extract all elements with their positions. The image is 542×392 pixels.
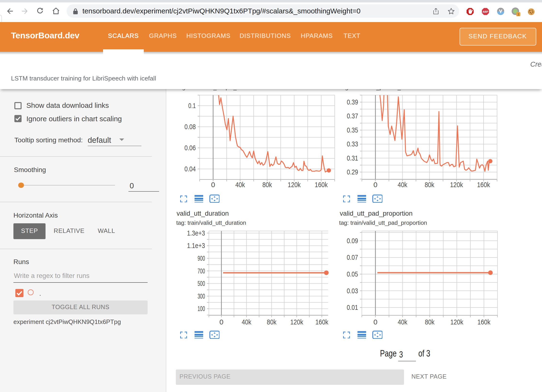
svg-text:160k: 160k <box>315 318 329 326</box>
svg-text:900: 900 <box>197 254 205 262</box>
svg-text:1: 1 <box>518 12 519 16</box>
svg-text:700: 700 <box>197 267 205 275</box>
svg-text:0.03: 0.03 <box>347 287 358 295</box>
svg-text:0.1: 0.1 <box>188 102 196 110</box>
svg-text:0: 0 <box>373 181 377 189</box>
svg-text:40k: 40k <box>235 181 245 189</box>
svg-text:0.29: 0.29 <box>347 168 358 176</box>
svg-text:ABP: ABP <box>483 10 488 13</box>
svg-text:0.09: 0.09 <box>347 237 358 245</box>
svg-text:120k: 120k <box>450 318 463 326</box>
svg-text:0.05: 0.05 <box>347 270 358 278</box>
svg-text:300: 300 <box>197 292 205 300</box>
svg-text:80k: 80k <box>425 181 434 189</box>
svg-text:1.1e+3: 1.1e+3 <box>187 242 205 249</box>
svg-text:0: 0 <box>219 318 224 326</box>
svg-text:0.39: 0.39 <box>347 98 358 106</box>
svg-text:500: 500 <box>197 279 205 287</box>
svg-text:40k: 40k <box>398 318 408 326</box>
svg-text:0.33: 0.33 <box>347 140 358 148</box>
svg-text:0.07: 0.07 <box>347 253 358 261</box>
svg-text:160k: 160k <box>477 181 490 189</box>
svg-text:0.37: 0.37 <box>347 112 358 120</box>
svg-text:40k: 40k <box>242 318 252 326</box>
svg-text:40k: 40k <box>398 181 408 189</box>
svg-text:0.08: 0.08 <box>185 123 196 131</box>
svg-text:0: 0 <box>211 181 215 189</box>
svg-text:0.01: 0.01 <box>347 303 358 311</box>
svg-text:0.35: 0.35 <box>347 126 358 134</box>
svg-text:0.04: 0.04 <box>185 165 196 173</box>
svg-text:0: 0 <box>373 318 377 326</box>
svg-text:120k: 120k <box>450 181 463 189</box>
svg-text:160k: 160k <box>315 181 328 189</box>
svg-text:1.3e+3: 1.3e+3 <box>187 229 205 237</box>
svg-text:120k: 120k <box>290 318 303 326</box>
svg-text:80k: 80k <box>267 318 277 326</box>
svg-text:80k: 80k <box>262 181 272 189</box>
svg-text:0.06: 0.06 <box>185 144 196 152</box>
svg-text:80k: 80k <box>425 318 435 326</box>
svg-text:160k: 160k <box>478 318 491 326</box>
svg-text:120k: 120k <box>288 181 301 189</box>
svg-text:100: 100 <box>197 305 205 312</box>
svg-text:0.31: 0.31 <box>347 154 358 162</box>
